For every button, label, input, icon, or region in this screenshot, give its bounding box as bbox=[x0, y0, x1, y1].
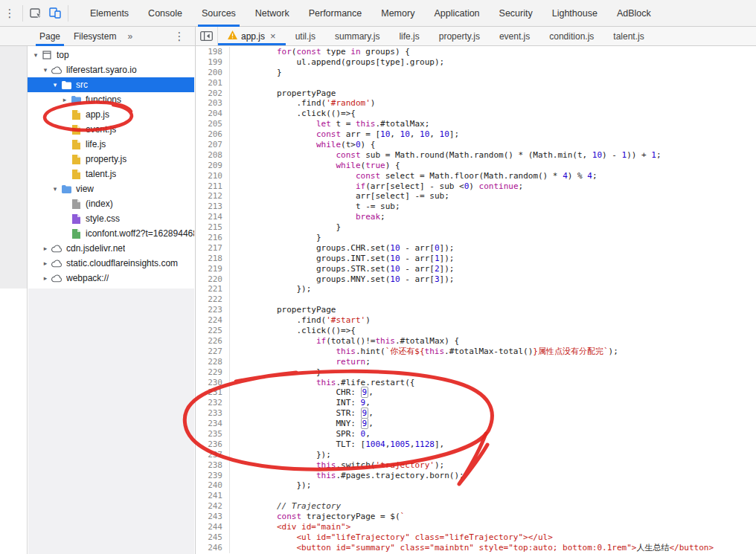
code-line-content[interactable]: } bbox=[230, 68, 282, 78]
code-line[interactable]: 198 for(const type in groups) { bbox=[196, 47, 756, 57]
navigator-menu-kebab-icon[interactable]: ⋮ bbox=[170, 30, 189, 43]
line-number[interactable]: 237 bbox=[196, 450, 230, 460]
code-line[interactable]: 222 bbox=[196, 294, 756, 305]
line-number[interactable]: 202 bbox=[196, 88, 230, 99]
tree-item-functions[interactable]: ▸functions bbox=[28, 92, 194, 107]
tree-item--index-[interactable]: (index) bbox=[28, 196, 194, 211]
editor-tab-property-js[interactable]: property.js bbox=[429, 27, 490, 45]
line-number[interactable]: 207 bbox=[196, 140, 230, 150]
code-line[interactable]: 237 }); bbox=[196, 450, 756, 460]
chevron-down-icon[interactable]: ▾ bbox=[31, 51, 41, 59]
code-line[interactable]: 212 arr[select] -= sub; bbox=[196, 191, 756, 202]
main-menu-kebab-icon[interactable]: ⋮ bbox=[0, 7, 19, 20]
code-line-content[interactable]: arr[select] -= sub; bbox=[230, 191, 449, 202]
line-number[interactable]: 235 bbox=[196, 429, 230, 439]
code-line[interactable]: 199 ul.append(groups[type].group); bbox=[196, 57, 756, 68]
code-line-content[interactable]: .click(()=>{ bbox=[230, 109, 356, 119]
line-number[interactable]: 229 bbox=[196, 367, 230, 378]
line-number[interactable]: 209 bbox=[196, 161, 230, 171]
code-line[interactable]: 203 .find('#random') bbox=[196, 98, 756, 109]
line-number[interactable]: 205 bbox=[196, 119, 230, 129]
hide-navigator-icon[interactable] bbox=[196, 27, 218, 45]
code-line[interactable]: 239 this.#pages.trajectory.born(); bbox=[196, 471, 756, 481]
code-line-content[interactable]: groups.STR.set(10 - arr[2]); bbox=[230, 264, 454, 274]
code-line[interactable]: 217 groups.CHR.set(10 - arr[0]); bbox=[196, 243, 756, 254]
line-number[interactable]: 227 bbox=[196, 347, 230, 357]
line-number[interactable]: 243 bbox=[196, 512, 230, 522]
code-line-content[interactable]: CHR: 9, bbox=[230, 387, 374, 398]
code-line-content[interactable]: ul.append(groups[type].group); bbox=[230, 57, 444, 68]
code-line[interactable]: 221 }); bbox=[196, 284, 756, 294]
code-line-content[interactable]: <div id="main"> bbox=[230, 522, 350, 532]
line-number[interactable]: 208 bbox=[196, 150, 230, 161]
code-line-content[interactable]: .find('#random') bbox=[230, 98, 375, 109]
code-line-content[interactable]: MNY: 9, bbox=[230, 419, 374, 429]
line-number[interactable]: 203 bbox=[196, 98, 230, 109]
panel-tab-security[interactable]: Security bbox=[490, 0, 542, 27]
tree-item-talent-js[interactable]: talent.js bbox=[28, 167, 194, 181]
line-number[interactable]: 214 bbox=[196, 212, 230, 222]
editor-tab-talent-js[interactable]: talent.js bbox=[603, 27, 653, 45]
line-number[interactable]: 199 bbox=[196, 57, 230, 68]
tree-item-liferestart-syaro-io[interactable]: ▾liferestart.syaro.io bbox=[28, 62, 194, 77]
line-number[interactable]: 206 bbox=[196, 129, 230, 140]
line-number[interactable]: 245 bbox=[196, 532, 230, 543]
line-number[interactable]: 217 bbox=[196, 243, 230, 254]
line-number[interactable]: 246 bbox=[196, 543, 230, 553]
code-line-content[interactable]: }); bbox=[230, 480, 311, 491]
close-tab-icon[interactable]: × bbox=[270, 30, 276, 42]
line-number[interactable]: 223 bbox=[196, 305, 230, 315]
line-number[interactable]: 218 bbox=[196, 254, 230, 264]
code-line[interactable]: 246 <button id="summary" class="mainbtn"… bbox=[196, 543, 756, 553]
code-line[interactable]: 240 }); bbox=[196, 480, 756, 491]
panel-tab-performance[interactable]: Performance bbox=[299, 0, 372, 27]
code-line-content[interactable]: if(total()!=this.#totalMax) { bbox=[230, 336, 459, 347]
panel-tab-adblock[interactable]: AdBlock bbox=[607, 0, 661, 27]
code-line-content[interactable]: const select = Math.floor(Math.random() … bbox=[230, 171, 598, 181]
code-line[interactable]: 235 SPR: 0, bbox=[196, 429, 756, 439]
code-line-content[interactable]: SPR: 0, bbox=[230, 429, 371, 439]
panel-tab-console[interactable]: Console bbox=[138, 0, 192, 27]
panel-tab-network[interactable]: Network bbox=[246, 0, 299, 27]
line-number[interactable]: 220 bbox=[196, 274, 230, 285]
code-line-content[interactable]: }); bbox=[230, 450, 331, 460]
panel-tab-memory[interactable]: Memory bbox=[371, 0, 424, 27]
tree-item-iconfont-woff2-t-162894468[interactable]: iconfont.woff2?t=162894468 bbox=[28, 226, 194, 241]
line-number[interactable]: 231 bbox=[196, 387, 230, 398]
code-line[interactable]: 241 bbox=[196, 491, 756, 501]
code-line-content[interactable]: const sub = Math.round(Math.random() * (… bbox=[230, 150, 662, 161]
code-line[interactable]: 245 <ul id="lifeTrajectory" class="lifeT… bbox=[196, 532, 756, 543]
tree-item-static-cloudflareinsights-com[interactable]: ▸static.cloudflareinsights.com bbox=[28, 256, 194, 271]
code-line[interactable]: 238 this.switch('trajectory'); bbox=[196, 460, 756, 471]
editor-tab-app-js[interactable]: app.js× bbox=[218, 27, 286, 45]
code-line-content[interactable]: TLT: [1004,1005,1128], bbox=[230, 439, 444, 450]
line-number[interactable]: 221 bbox=[196, 284, 230, 294]
code-line[interactable]: 206 const arr = [10, 10, 10, 10]; bbox=[196, 129, 756, 140]
code-line-content[interactable]: STR: 9, bbox=[230, 408, 374, 419]
tree-item-style-css[interactable]: style.css bbox=[28, 211, 194, 226]
code-line-content[interactable]: while(true) { bbox=[230, 161, 400, 171]
line-number[interactable]: 204 bbox=[196, 109, 230, 119]
line-number[interactable]: 226 bbox=[196, 336, 230, 347]
chevron-down-icon[interactable]: ▾ bbox=[40, 66, 51, 74]
tree-item-app-js[interactable]: app.js bbox=[28, 107, 194, 122]
code-line-content[interactable]: const arr = [10, 10, 10, 10]; bbox=[230, 129, 459, 140]
line-number[interactable]: 215 bbox=[196, 222, 230, 233]
code-line[interactable]: 205 let t = this.#totalMax; bbox=[196, 119, 756, 129]
code-line[interactable]: 232 INT: 9, bbox=[196, 398, 756, 408]
code-line[interactable]: 201 bbox=[196, 78, 756, 88]
code-line[interactable]: 236 TLT: [1004,1005,1128], bbox=[196, 439, 756, 450]
tree-item-cdn-jsdelivr-net[interactable]: ▸cdn.jsdelivr.net bbox=[28, 241, 194, 256]
code-line[interactable]: 243 const trajectoryPage = $(` bbox=[196, 512, 756, 522]
panel-tab-elements[interactable]: Elements bbox=[80, 0, 138, 27]
code-line[interactable]: 228 return; bbox=[196, 357, 756, 367]
editor-tab-condition-js[interactable]: condition.js bbox=[539, 27, 603, 45]
line-number[interactable]: 242 bbox=[196, 501, 230, 512]
code-line-content[interactable]: t -= sub; bbox=[230, 202, 400, 212]
chevron-right-icon[interactable]: ▸ bbox=[40, 274, 51, 282]
line-number[interactable]: 213 bbox=[196, 202, 230, 212]
chevron-down-icon[interactable]: ▾ bbox=[50, 185, 60, 193]
code-line[interactable]: 224 .find('#start') bbox=[196, 315, 756, 326]
line-number[interactable]: 198 bbox=[196, 47, 230, 57]
code-line-content[interactable]: this.#life.restart({ bbox=[230, 378, 414, 388]
